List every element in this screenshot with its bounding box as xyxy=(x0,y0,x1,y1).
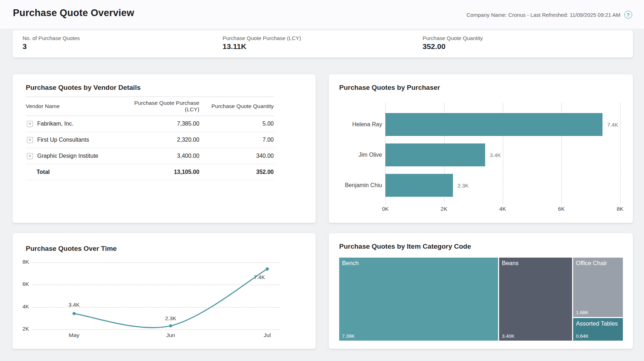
data-label: 2.3K xyxy=(165,315,176,321)
total-quantity: 352.00 xyxy=(199,164,274,180)
treemap-cell-assorted-tables[interactable]: Assorted Tables 0.64K xyxy=(573,318,623,341)
kpi-value: 352.00 xyxy=(423,42,483,51)
bar-value-label: 7.4K xyxy=(607,122,618,128)
data-label: 3.4K xyxy=(69,302,80,308)
bar-jim-olive[interactable] xyxy=(385,143,485,166)
table-header-row: Vendor Name Purchase Quote Purchase (LCY… xyxy=(26,97,274,116)
line-chart-plot: 3.4K2.3K7.4K xyxy=(32,255,290,341)
treemap-cell-beans[interactable]: Beans 3.40K xyxy=(499,258,572,341)
treemap-cell-value: 3.40K xyxy=(502,333,514,339)
quantity-value: 340.00 xyxy=(199,148,274,164)
kpi-purchase-lcy: Purchase Quote Purchase (LCY) 13.11K xyxy=(223,35,301,51)
y-axis-tick: 8K xyxy=(18,259,29,265)
treemap-cell-value: 0.64K xyxy=(576,333,589,339)
treemap-cell-label: Beans xyxy=(502,260,519,267)
kpi-value: 3 xyxy=(23,42,80,51)
x-axis-tick: 0K xyxy=(375,206,396,212)
bar-benjamin-chiu[interactable] xyxy=(385,174,453,197)
x-axis-tick: 4K xyxy=(492,206,513,212)
company-refresh-info: Company Name: Cronus - Last Refreshed: 1… xyxy=(467,12,620,18)
kpi-value: 13.11K xyxy=(223,42,301,51)
kpi-card: No. of Purchase Quotes 3 Purchase Quote … xyxy=(13,30,633,58)
quantity-value: 7.00 xyxy=(199,132,274,148)
vendor-name: Fabrikam, Inc. xyxy=(37,121,73,127)
purchase-value: 2,320.00 xyxy=(125,132,199,148)
treemap-cell-office-chair[interactable]: Office Chair 1.68K xyxy=(573,258,623,317)
table-row[interactable]: +Graphic Design Institute 3,400.00 340.0… xyxy=(26,148,274,164)
category-label: Benjamin Chiu xyxy=(329,174,382,197)
purchase-value: 3,400.00 xyxy=(125,148,199,164)
report-header: Purchase Quote Overview Company Name: Cr… xyxy=(0,0,644,29)
over-time-line-chart-card: Purchase Quotes Over Time 8K 6K 4K 2K 3.… xyxy=(13,233,316,349)
help-icon[interactable]: ? xyxy=(624,11,632,19)
bar-value-label: 2.3K xyxy=(458,182,469,189)
treemap: Bench 7.39K Beans 3.40K Office Chair 1.6… xyxy=(339,258,623,341)
card-title: Purchase Quotes Over Time xyxy=(26,245,117,253)
total-purchase: 13,105.00 xyxy=(125,164,199,180)
data-point-jul[interactable] xyxy=(266,267,269,270)
kpi-no-of-purchase-quotes: No. of Purchase Quotes 3 xyxy=(23,35,80,51)
total-label: Total xyxy=(26,164,125,180)
quantity-value: 5.00 xyxy=(199,116,274,132)
x-axis-tick: 6K xyxy=(551,206,572,212)
vendor-details-card: Purchase Quotes by Vendor Details Vendor… xyxy=(13,74,316,223)
expand-icon[interactable]: + xyxy=(27,153,33,159)
card-title: Purchase Quotes by Vendor Details xyxy=(26,84,141,92)
page-title: Purchase Quote Overview xyxy=(13,8,134,19)
treemap-column: Office Chair 1.68K Assorted Tables 0.64K xyxy=(573,258,623,341)
x-axis-tick: 8K xyxy=(609,206,631,212)
card-title: Purchase Quotes by Item Category Code xyxy=(339,243,471,250)
data-label: 7.4K xyxy=(254,274,265,280)
y-axis-tick: 4K xyxy=(18,303,29,309)
data-point-may[interactable] xyxy=(73,312,76,315)
vendor-name: Graphic Design Institute xyxy=(37,153,98,159)
x-axis-label: May xyxy=(62,332,87,338)
category-label: Jim Olive xyxy=(329,143,382,166)
table-total-row: Total 13,105.00 352.00 xyxy=(26,164,274,180)
item-category-treemap-card: Purchase Quotes by Item Category Code Be… xyxy=(329,233,633,349)
treemap-cell-label: Assorted Tables xyxy=(576,320,618,327)
purchaser-bar-chart-card: Purchase Quotes by Purchaser Helena Ray … xyxy=(329,74,633,223)
expand-icon[interactable]: + xyxy=(27,121,33,127)
treemap-cell-value: 7.39K xyxy=(342,333,355,339)
data-point-jun[interactable] xyxy=(169,324,172,327)
x-axis-label: Jun xyxy=(158,332,183,338)
purchase-value: 7,385.00 xyxy=(125,116,199,132)
vendor-name: First Up Consultants xyxy=(37,137,89,143)
kpi-label: Purchase Quote Purchase (LCY) xyxy=(223,35,301,41)
bar-helena-ray[interactable] xyxy=(385,113,602,136)
kpi-label: Purchase Quote Quantity xyxy=(423,35,483,41)
vendor-table: Vendor Name Purchase Quote Purchase (LCY… xyxy=(26,97,274,180)
table-row[interactable]: +Fabrikam, Inc. 7,385.00 5.00 xyxy=(26,116,274,132)
treemap-cell-bench[interactable]: Bench 7.39K xyxy=(339,258,498,341)
treemap-cell-label: Office Chair xyxy=(576,260,607,267)
column-header-purchase-lcy[interactable]: Purchase Quote Purchase (LCY) xyxy=(125,97,199,116)
kpi-label: No. of Purchase Quotes xyxy=(23,35,80,41)
y-axis-tick: 2K xyxy=(18,326,29,332)
treemap-cell-label: Bench xyxy=(342,260,359,267)
category-label: Helena Ray xyxy=(329,113,382,136)
card-title: Purchase Quotes by Purchaser xyxy=(339,84,440,92)
column-header-vendor-name[interactable]: Vendor Name xyxy=(26,97,125,116)
column-header-quantity[interactable]: Purchase Quote Quantity xyxy=(199,97,274,116)
expand-icon[interactable]: + xyxy=(27,137,33,143)
x-axis-label: Jul xyxy=(255,332,280,338)
x-axis-tick: 2K xyxy=(433,206,455,212)
kpi-quantity: Purchase Quote Quantity 352.00 xyxy=(423,35,483,51)
table-row[interactable]: +First Up Consultants 2,320.00 7.00 xyxy=(26,132,274,148)
treemap-cell-value: 1.68K xyxy=(576,310,589,315)
bar-value-label: 3.4K xyxy=(490,152,501,158)
y-axis-tick: 6K xyxy=(18,281,29,287)
